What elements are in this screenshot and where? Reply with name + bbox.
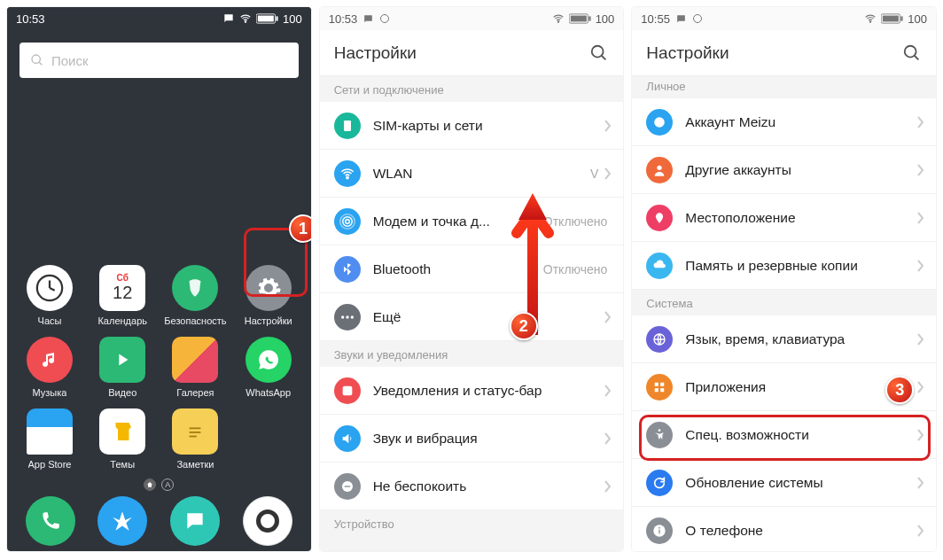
chevron-right-icon bbox=[916, 164, 925, 176]
row-tether[interactable]: Модем и точка д...Отключено bbox=[320, 198, 624, 245]
row-more[interactable]: Ещё bbox=[320, 293, 624, 341]
svg-point-37 bbox=[655, 117, 666, 128]
page-indicator: A bbox=[14, 478, 304, 491]
svg-point-25 bbox=[346, 315, 348, 318]
row-other-acct[interactable]: Другие аккаунты bbox=[632, 146, 936, 194]
status-bar: 10:53 100 bbox=[320, 7, 624, 30]
svg-rect-15 bbox=[588, 16, 590, 20]
page-title: Настройки bbox=[334, 43, 417, 63]
phone-settings-2: 10:55 100 Настройки Личное Аккаунт Meizu… bbox=[632, 7, 936, 551]
svg-rect-34 bbox=[883, 16, 899, 22]
svg-rect-16 bbox=[570, 16, 586, 22]
dock-browser[interactable] bbox=[97, 496, 147, 546]
app-themes[interactable]: Темы bbox=[87, 408, 158, 470]
chevron-right-icon bbox=[604, 311, 612, 323]
search-icon[interactable] bbox=[589, 43, 609, 63]
svg-rect-27 bbox=[342, 385, 352, 395]
settings-header: Настройки bbox=[632, 30, 936, 76]
chevron-right-icon bbox=[916, 381, 925, 393]
status-time: 10:53 bbox=[16, 12, 45, 26]
row-storage[interactable]: Память и резервные копии bbox=[632, 242, 936, 290]
app-calendar[interactable]: Сб 12 Календарь bbox=[87, 265, 158, 326]
app-whatsapp[interactable]: WhatsApp bbox=[233, 337, 304, 398]
search-icon bbox=[30, 53, 44, 67]
app-security[interactable]: Безопасность bbox=[160, 265, 230, 326]
row-location[interactable]: Местоположение bbox=[632, 194, 936, 242]
wifi-icon bbox=[863, 12, 877, 25]
page-title: Настройки bbox=[646, 43, 729, 63]
row-about[interactable]: О телефоне bbox=[632, 507, 936, 551]
svg-rect-41 bbox=[661, 382, 665, 385]
row-lang[interactable]: Язык, время, клавиатура bbox=[632, 315, 936, 363]
svg-point-0 bbox=[245, 21, 245, 22]
svg-rect-42 bbox=[655, 388, 659, 392]
row-notif[interactable]: Уведомления и статус-бар bbox=[320, 367, 624, 415]
app-appstore[interactable]: App Store bbox=[14, 408, 85, 470]
svg-point-12 bbox=[381, 15, 389, 23]
status-time: 10:53 bbox=[329, 12, 358, 26]
settings-scroll[interactable]: Личное Аккаунт Meizu Другие аккаунты Мес… bbox=[632, 76, 936, 551]
search-placeholder: Поиск bbox=[51, 53, 89, 68]
chevron-right-icon bbox=[604, 385, 612, 397]
dock bbox=[7, 496, 311, 546]
row-update[interactable]: Обновление системы bbox=[632, 459, 936, 507]
svg-rect-40 bbox=[655, 382, 659, 385]
svg-rect-2 bbox=[276, 16, 277, 20]
svg-rect-29 bbox=[344, 486, 350, 486]
search-icon[interactable] bbox=[902, 43, 922, 63]
svg-point-4 bbox=[32, 55, 40, 63]
chevron-right-icon bbox=[916, 477, 925, 489]
chevron-right-icon bbox=[916, 333, 925, 346]
row-meizu-acct[interactable]: Аккаунт Meizu bbox=[632, 98, 936, 146]
step-badge-2: 2 bbox=[510, 312, 538, 340]
svg-point-20 bbox=[347, 176, 348, 178]
status-bar: 10:55 100 bbox=[632, 7, 936, 30]
status-bar: 10:53 100 bbox=[7, 7, 311, 30]
chevron-right-icon bbox=[604, 167, 612, 180]
settings-scroll[interactable]: Сети и подключение SIM-карты и сети WLAN… bbox=[320, 76, 624, 551]
app-notes[interactable]: Заметки bbox=[160, 408, 230, 470]
svg-point-24 bbox=[341, 315, 344, 318]
app-video[interactable]: Видео bbox=[87, 337, 158, 398]
row-sound[interactable]: Звук и вибрация bbox=[320, 415, 624, 463]
dock-camera[interactable] bbox=[243, 496, 292, 546]
dock-phone[interactable] bbox=[26, 496, 75, 546]
svg-point-30 bbox=[693, 15, 701, 23]
circle-icon bbox=[692, 13, 703, 24]
svg-point-17 bbox=[592, 45, 604, 57]
circle-icon bbox=[379, 13, 390, 24]
chevron-right-icon bbox=[916, 116, 925, 128]
section-device: Устройство bbox=[320, 510, 624, 536]
battery-pct: 100 bbox=[908, 12, 927, 26]
row-bt[interactable]: BluetoothОтключено bbox=[320, 245, 624, 293]
app-clock[interactable]: Часы bbox=[14, 265, 85, 326]
row-wlan[interactable]: WLANV bbox=[320, 150, 624, 198]
svg-line-36 bbox=[915, 55, 919, 59]
chevron-right-icon bbox=[916, 260, 925, 272]
dock-messages[interactable] bbox=[170, 496, 220, 546]
app-music[interactable]: Музыка bbox=[14, 337, 85, 398]
battery-icon bbox=[881, 13, 904, 24]
svg-point-21 bbox=[345, 219, 349, 223]
chat-icon bbox=[675, 13, 687, 25]
chevron-right-icon bbox=[604, 120, 612, 132]
svg-point-38 bbox=[658, 165, 662, 169]
gear-icon bbox=[255, 275, 282, 301]
row-a11y[interactable]: Спец. возможности bbox=[632, 411, 936, 459]
svg-line-8 bbox=[50, 288, 55, 291]
row-sim[interactable]: SIM-карты и сети bbox=[320, 102, 624, 150]
row-dnd[interactable]: Не беспокоить bbox=[320, 463, 624, 510]
home-grid: Часы Сб 12 Календарь Безопасность bbox=[7, 254, 311, 489]
svg-rect-19 bbox=[344, 121, 351, 131]
svg-point-22 bbox=[342, 216, 352, 226]
svg-point-13 bbox=[557, 21, 558, 22]
app-settings[interactable]: Настройки bbox=[233, 265, 304, 326]
search-box[interactable]: Поиск bbox=[19, 43, 299, 78]
svg-point-26 bbox=[350, 315, 353, 318]
svg-rect-45 bbox=[659, 530, 660, 534]
chat-icon bbox=[222, 12, 235, 25]
svg-line-18 bbox=[602, 55, 606, 59]
battery-pct: 100 bbox=[596, 12, 615, 26]
chevron-right-icon bbox=[916, 525, 925, 537]
app-gallery[interactable]: Галерея bbox=[160, 337, 230, 398]
